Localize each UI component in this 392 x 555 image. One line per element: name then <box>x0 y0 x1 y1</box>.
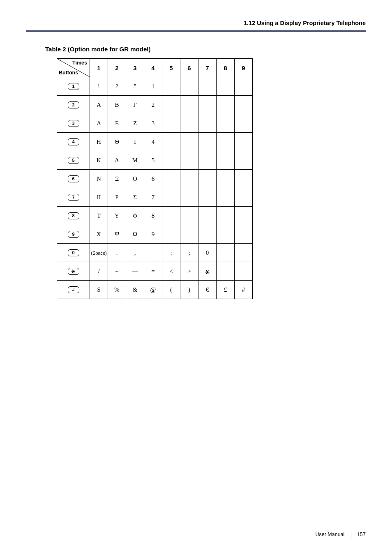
char-cell <box>235 170 253 188</box>
char-cell: ' <box>144 244 162 262</box>
row-keycap-cell: 6 <box>57 170 90 188</box>
page-footer: User Manual 157 <box>315 531 366 538</box>
keycap-icon: 1 <box>68 83 79 90</box>
char-cell <box>162 188 180 207</box>
diag-corner-cell: Times Buttons <box>57 59 90 77</box>
char-cell: 1 <box>144 77 162 96</box>
char-cell: 6 <box>144 170 162 188</box>
char-cell <box>180 170 198 188</box>
char-cell <box>235 244 253 262</box>
char-cell <box>217 262 235 281</box>
char-cell: (Space) <box>90 244 108 262</box>
table-row: 8ΤΥΦ8 <box>57 207 253 225</box>
char-cell <box>180 188 198 207</box>
diag-top-label: Times <box>72 60 87 66</box>
char-cell: Β <box>108 96 126 114</box>
table-header-row: Times Buttons 1 2 3 4 5 6 7 8 9 <box>57 59 253 77</box>
table-title: Table 2 (Option mode for GR model) <box>45 46 366 53</box>
char-cell <box>180 114 198 133</box>
char-cell: Φ <box>126 207 144 225</box>
keycap-icon: 8 <box>68 212 79 219</box>
char-cell <box>217 114 235 133</box>
char-cell <box>198 133 217 151</box>
table-row: 9ΧΨΩ9 <box>57 225 253 244</box>
table-row: 3ΔΕΖ3 <box>57 114 253 133</box>
row-keycap-cell: 1 <box>57 77 90 96</box>
char-cell <box>162 77 180 96</box>
char-cell <box>198 151 217 170</box>
col-header: 2 <box>108 59 126 77</box>
char-cell <box>198 77 217 96</box>
char-cell: > <box>180 262 198 281</box>
char-cell <box>217 244 235 262</box>
char-cell <box>180 96 198 114</box>
table-row: 1!?"1 <box>57 77 253 96</box>
char-cell: Τ <box>90 207 108 225</box>
char-cell <box>217 77 235 96</box>
char-cell <box>217 188 235 207</box>
col-header: 4 <box>144 59 162 77</box>
char-cell <box>162 170 180 188</box>
char-cell: # <box>235 281 253 299</box>
row-keycap-cell: 8 <box>57 207 90 225</box>
char-cell: Α <box>90 96 108 114</box>
char-cell <box>235 114 253 133</box>
char-entry-table: Times Buttons 1 2 3 4 5 6 7 8 9 1!?"12ΑΒ… <box>57 58 253 299</box>
row-keycap-cell: 5 <box>57 151 90 170</box>
char-cell: 4 <box>144 133 162 151</box>
char-cell: 8 <box>144 207 162 225</box>
char-cell <box>198 225 217 244</box>
char-cell: 0 <box>198 244 217 262</box>
char-cell: 5 <box>144 151 162 170</box>
row-keycap-cell: 2 <box>57 96 90 114</box>
char-cell: ( <box>162 281 180 299</box>
char-cell: Κ <box>90 151 108 170</box>
row-keycap-cell: 3 <box>57 114 90 133</box>
char-cell <box>162 114 180 133</box>
char-cell: % <box>108 281 126 299</box>
char-cell: Ω <box>126 225 144 244</box>
table-row: 5ΚΛΜ5 <box>57 151 253 170</box>
char-cell <box>162 207 180 225</box>
char-cell <box>180 151 198 170</box>
table-row: 4ΗΘΙ4 <box>57 133 253 151</box>
char-cell: , <box>126 244 144 262</box>
space-label: (Space) <box>91 251 107 256</box>
row-keycap-cell: 7 <box>57 188 90 207</box>
keycap-icon: 3 <box>68 120 79 127</box>
char-cell: Ο <box>126 170 144 188</box>
char-cell: & <box>126 281 144 299</box>
char-cell <box>217 225 235 244</box>
table-row: 2ΑΒΓ2 <box>57 96 253 114</box>
char-cell: : <box>162 244 180 262</box>
char-cell <box>198 207 217 225</box>
char-cell <box>198 262 217 281</box>
char-cell: 3 <box>144 114 162 133</box>
col-header: 5 <box>162 59 180 77</box>
table-row: #$%&@()€£# <box>57 281 253 299</box>
char-cell <box>162 151 180 170</box>
keycap-icon: 0 <box>68 249 79 256</box>
char-cell: Ζ <box>126 114 144 133</box>
col-header: 3 <box>126 59 144 77</box>
diag-bottom-label: Buttons <box>59 70 78 76</box>
char-cell <box>198 114 217 133</box>
char-cell: Ψ <box>108 225 126 244</box>
char-cell: ) <box>180 281 198 299</box>
char-cell <box>235 96 253 114</box>
char-cell <box>198 170 217 188</box>
char-cell <box>180 77 198 96</box>
row-keycap-cell: 9 <box>57 225 90 244</box>
footer-separator <box>351 532 351 538</box>
char-cell: Χ <box>90 225 108 244</box>
char-cell: ? <box>108 77 126 96</box>
col-header: 9 <box>235 59 253 77</box>
table-row: 0(Space).,':;0 <box>57 244 253 262</box>
char-cell <box>162 133 180 151</box>
col-header: 7 <box>198 59 217 77</box>
char-cell: £ <box>217 281 235 299</box>
char-cell <box>217 170 235 188</box>
char-cell: Σ <box>126 188 144 207</box>
char-cell: Λ <box>108 151 126 170</box>
char-cell: Θ <box>108 133 126 151</box>
